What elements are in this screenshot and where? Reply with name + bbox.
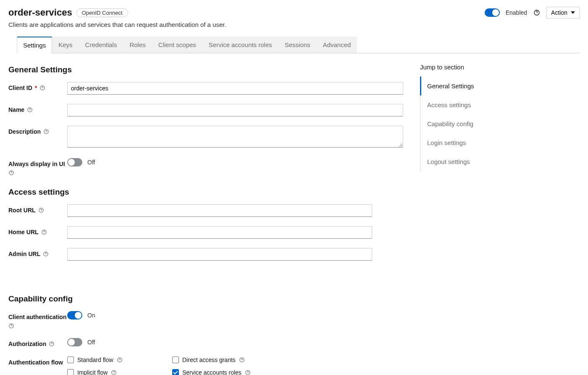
implicit-flow-label: Implicit flow: [77, 369, 108, 375]
enabled-toggle[interactable]: [485, 8, 500, 17]
action-label: Action: [551, 9, 567, 16]
jump-item-capability[interactable]: Capability config: [420, 114, 529, 133]
auth-flow-label: Authentication flow: [8, 359, 63, 366]
jump-item-general[interactable]: General Settings: [420, 77, 529, 95]
svg-point-7: [46, 132, 47, 133]
admin-url-label: Admin URL: [8, 251, 40, 257]
admin-url-input[interactable]: [67, 248, 372, 261]
always-display-toggle[interactable]: [67, 158, 82, 166]
authorization-state: Off: [87, 339, 95, 346]
always-display-label: Always display in UI: [8, 161, 65, 167]
service-accounts-checkbox[interactable]: [172, 369, 179, 375]
name-input[interactable]: [67, 104, 403, 116]
section-access-title: Access settings: [8, 188, 403, 197]
standard-flow-label: Standard flow: [77, 357, 113, 363]
svg-point-27: [247, 373, 248, 374]
tab-settings[interactable]: Settings: [17, 37, 52, 53]
svg-point-17: [11, 327, 12, 327]
tab-service-accounts-roles[interactable]: Service accounts roles: [202, 37, 278, 53]
tab-keys[interactable]: Keys: [52, 37, 79, 53]
jump-list: General Settings Access settings Capabil…: [420, 77, 529, 171]
help-icon[interactable]: [27, 107, 33, 113]
svg-point-25: [114, 373, 114, 374]
protocol-badge: OpenID Connect: [76, 8, 128, 17]
description-input[interactable]: [67, 126, 403, 148]
client-auth-state: On: [87, 312, 95, 319]
help-icon[interactable]: [39, 85, 45, 91]
svg-point-11: [41, 211, 41, 211]
always-display-state: Off: [87, 159, 95, 166]
help-icon[interactable]: [245, 370, 251, 375]
help-icon[interactable]: [8, 323, 14, 329]
direct-access-label: Direct access grants: [182, 357, 236, 363]
svg-point-5: [30, 111, 30, 111]
tab-credentials[interactable]: Credentials: [79, 37, 123, 53]
svg-point-1: [537, 14, 537, 14]
help-icon[interactable]: [239, 357, 245, 363]
help-icon[interactable]: [38, 207, 44, 213]
section-general-title: General Settings: [8, 65, 403, 74]
svg-point-15: [46, 255, 46, 255]
client-id-input[interactable]: [67, 82, 403, 95]
root-url-label: Root URL: [8, 207, 36, 214]
help-icon[interactable]: [533, 9, 541, 16]
service-accounts-label: Service accounts roles: [182, 369, 242, 375]
client-id-label: Client ID: [8, 85, 32, 91]
svg-point-23: [242, 361, 242, 361]
direct-access-checkbox[interactable]: [172, 357, 179, 363]
tab-roles[interactable]: Roles: [123, 37, 152, 53]
svg-point-13: [44, 233, 44, 233]
implicit-flow-checkbox[interactable]: [67, 369, 74, 375]
help-icon[interactable]: [117, 357, 123, 363]
jump-item-login[interactable]: Login settings: [420, 133, 529, 152]
help-icon[interactable]: [41, 229, 47, 235]
page-title: order-services: [8, 7, 72, 18]
page-subtitle: Clients are applications and services th…: [8, 21, 580, 28]
help-icon[interactable]: [49, 341, 55, 347]
name-label: Name: [8, 106, 24, 113]
svg-point-21: [119, 361, 120, 361]
home-url-input[interactable]: [67, 226, 372, 239]
help-icon[interactable]: [43, 129, 49, 135]
client-auth-toggle[interactable]: [67, 311, 82, 320]
action-dropdown[interactable]: Action: [546, 7, 580, 18]
svg-point-3: [42, 89, 43, 89]
authorization-label: Authorization: [8, 341, 46, 347]
tab-sessions[interactable]: Sessions: [278, 37, 317, 53]
standard-flow-checkbox[interactable]: [67, 357, 74, 363]
svg-point-19: [52, 345, 52, 345]
section-capability-title: Capability config: [8, 294, 403, 304]
jump-title: Jump to section: [420, 63, 529, 71]
required-mark: *: [35, 85, 37, 91]
tab-client-scopes[interactable]: Client scopes: [152, 37, 202, 53]
jump-item-logout[interactable]: Logout settings: [420, 152, 529, 171]
help-icon[interactable]: [8, 170, 14, 176]
tab-advanced[interactable]: Advanced: [317, 37, 357, 53]
jump-item-access[interactable]: Access settings: [420, 95, 529, 114]
authorization-toggle[interactable]: [67, 338, 82, 346]
caret-down-icon: [571, 11, 575, 14]
description-label: Description: [8, 128, 41, 135]
client-auth-label: Client authentication: [8, 314, 66, 320]
help-icon[interactable]: [43, 251, 49, 257]
help-icon[interactable]: [111, 370, 117, 375]
enabled-label: Enabled: [506, 9, 527, 16]
tabs: Settings Keys Credentials Roles Client s…: [17, 37, 580, 53]
root-url-input[interactable]: [67, 204, 372, 217]
svg-point-9: [11, 174, 12, 174]
home-url-label: Home URL: [8, 229, 39, 235]
